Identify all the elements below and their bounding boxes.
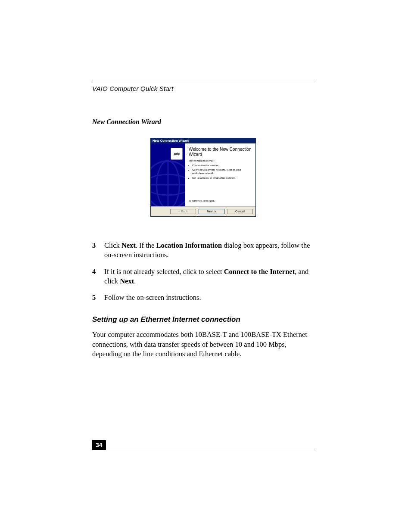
page-number: 34: [92, 440, 106, 450]
text-bold: Next: [121, 241, 136, 249]
step-item: 3 Click Next. If the Location Informatio…: [92, 241, 314, 260]
page-footer: 34: [92, 440, 314, 450]
wizard-button-row: < Back Next > Cancel: [151, 206, 255, 216]
section-heading: Setting up an Ethernet Internet connecti…: [92, 315, 314, 324]
back-button[interactable]: < Back: [170, 209, 196, 214]
step-text: Click Next. If the Location Information …: [104, 241, 314, 260]
text-run: .: [134, 277, 136, 285]
step-text: If it is not already selected, click to …: [104, 267, 314, 286]
wizard-sidebar: [151, 143, 185, 206]
step-item: 5 Follow the on-screen instructions.: [92, 293, 314, 302]
wizard-continue-text: To continue, click Next.: [189, 199, 252, 202]
wizard-bullet: Set up a home or small office network.: [192, 176, 252, 180]
cancel-button[interactable]: Cancel: [227, 209, 253, 214]
text-run: . If the: [136, 241, 156, 249]
wizard-bullet: Connect to the Internet.: [192, 164, 252, 167]
wizard-helps-text: This wizard helps you:: [189, 159, 252, 162]
step-number: 4: [92, 267, 104, 286]
text-bold: Next: [120, 277, 134, 285]
text-run: If it is not already selected, click to …: [104, 268, 224, 276]
text-run: Follow the on-screen instructions.: [104, 293, 201, 302]
header-rule: [92, 82, 314, 82]
body-paragraph: Your computer accommodates both 10BASE-T…: [92, 330, 314, 359]
instruction-steps: 3 Click Next. If the Location Informatio…: [92, 241, 314, 302]
wizard-heading: Welcome to the New Connection Wizard: [189, 147, 252, 157]
wizard-titlebar: New Connection Wizard: [151, 138, 255, 143]
wizard-bullet-list: Connect to the Internet. Connect to a pr…: [189, 164, 252, 179]
step-number: 5: [92, 293, 104, 302]
wizard-body: Welcome to the New Connection Wizard Thi…: [185, 143, 255, 206]
running-header: VAIO Computer Quick Start: [92, 85, 314, 92]
wizard-screenshot: New Connection Wizard: [150, 138, 256, 217]
step-text: Follow the on-screen instructions.: [104, 293, 314, 302]
text-bold: Connect to the Internet: [224, 268, 295, 276]
handshake-icon: [171, 148, 183, 160]
wizard-bullet: Connect to a private network, such as yo…: [192, 168, 252, 175]
footer-rule: [92, 450, 314, 450]
step-number: 3: [92, 241, 104, 260]
text-bold: Location Information: [156, 241, 222, 249]
next-button[interactable]: Next >: [199, 209, 224, 214]
step-item: 4 If it is not already selected, click t…: [92, 267, 314, 286]
figure-caption: New Connection Wizard: [92, 118, 314, 126]
text-run: Click: [104, 241, 121, 249]
